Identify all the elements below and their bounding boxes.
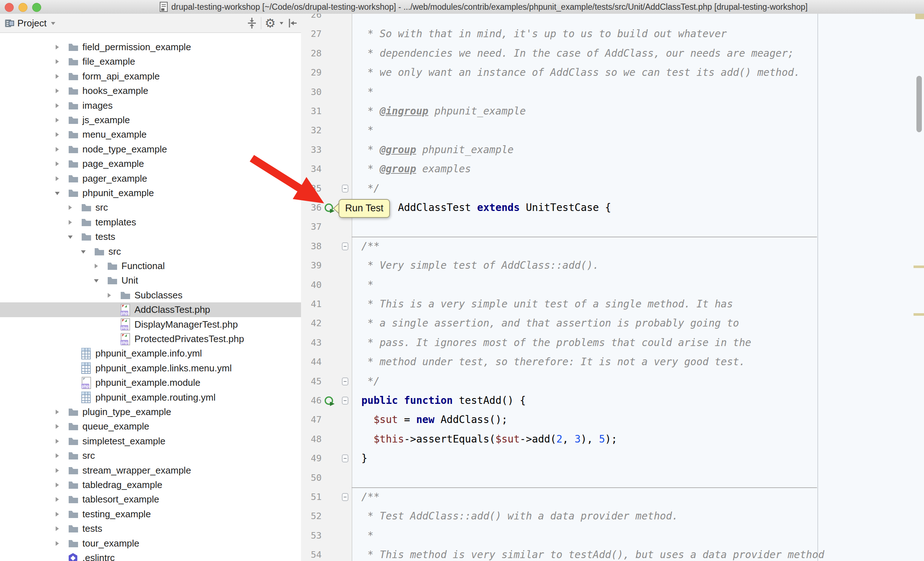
collapse-arrow-icon[interactable] <box>54 161 60 166</box>
code-line-35[interactable]: 35 */ <box>301 179 924 198</box>
code-line-49[interactable]: 49} <box>301 449 924 468</box>
code-line-31[interactable]: 31 * @ingroup phpunit_example <box>301 102 924 121</box>
collapse-arrow-icon[interactable] <box>54 497 60 502</box>
code-line-33[interactable]: 33 * @group phpunit_example <box>301 140 924 160</box>
editor-scrollbar-thumb[interactable] <box>916 76 922 132</box>
tree-item-tests[interactable]: tests <box>0 229 301 244</box>
tree-item-subclasses[interactable]: Subclasses <box>0 288 301 303</box>
collapse-arrow-icon[interactable] <box>54 526 60 531</box>
collapse-all-icon[interactable] <box>246 17 257 29</box>
tree-item-tablesort-example[interactable]: tablesort_example <box>0 492 301 507</box>
tree-item-menu-example[interactable]: menu_example <box>0 127 301 142</box>
code-line-38[interactable]: 38/** <box>301 236 924 256</box>
code-line-39[interactable]: 39 * Very simple test of AddClass::add()… <box>301 256 924 275</box>
collapse-arrow-icon[interactable] <box>54 424 60 429</box>
code-line-30[interactable]: 30 * <box>301 82 924 102</box>
error-stripe-mark[interactable] <box>914 313 924 316</box>
code-line-41[interactable]: 41 * This is a very simple unit test of … <box>301 295 924 314</box>
code-line-52[interactable]: 52 * Test AddClass::add() with a data pr… <box>301 506 924 526</box>
tree-item-phpunit-example-module[interactable]: phpphpunit_example.module <box>0 375 301 390</box>
tree-item-phpunit-example-info-yml[interactable]: phpunit_example.info.yml <box>0 346 301 361</box>
tree-item-src[interactable]: src <box>0 200 301 215</box>
zoom-window-button[interactable] <box>32 3 41 12</box>
tree-item-testing-example[interactable]: testing_example <box>0 507 301 522</box>
tree-item-stream-wrapper-example[interactable]: stream_wrapper_example <box>0 463 301 478</box>
run-test-icon[interactable] <box>324 396 335 407</box>
code-line-48[interactable]: 48 $this->assertEquals($sut->add(2, 3), … <box>301 429 924 449</box>
code-line-36[interactable]: 36class AddClassTest extends UnitTestCas… <box>301 198 924 217</box>
code-line-51[interactable]: 51/** <box>301 487 924 507</box>
code-line-29[interactable]: 29 * we only want an instance of AddClas… <box>301 63 924 82</box>
code-line-40[interactable]: 40 * <box>301 275 924 295</box>
tree-item-phpunit-example[interactable]: phpunit_example <box>0 186 301 200</box>
expand-arrow-icon[interactable] <box>80 249 86 254</box>
collapse-arrow-icon[interactable] <box>67 205 74 210</box>
code-line-32[interactable]: 32 * <box>301 121 924 140</box>
hide-panel-icon[interactable] <box>287 18 297 28</box>
collapse-arrow-icon[interactable] <box>54 45 60 50</box>
fold-marker-icon[interactable] <box>342 396 349 406</box>
collapse-arrow-icon[interactable] <box>93 263 99 269</box>
tree-item-unit[interactable]: Unit <box>0 273 301 288</box>
collapse-arrow-icon[interactable] <box>54 176 60 181</box>
tree-item-src[interactable]: src <box>0 244 301 259</box>
code-line-44[interactable]: 44 * method under test, so therefore: It… <box>301 352 924 372</box>
error-stripe-mark[interactable] <box>914 265 924 268</box>
project-panel-title[interactable]: Project <box>17 18 46 29</box>
tree-item-displaymanagertest-php[interactable]: phpDisplayManagerTest.php <box>0 317 301 332</box>
tree-item-functional[interactable]: Functional <box>0 259 301 274</box>
tree-item--eslintrc[interactable]: .eslintrc <box>0 551 301 561</box>
tree-item-file-example[interactable]: file_example <box>0 54 301 69</box>
tree-item-src[interactable]: src <box>0 448 301 463</box>
chevron-down-icon[interactable] <box>279 21 284 25</box>
collapse-arrow-icon[interactable] <box>54 117 60 123</box>
collapse-arrow-icon[interactable] <box>67 220 74 225</box>
tree-item-pager-example[interactable]: pager_example <box>0 171 301 186</box>
tree-item-queue-example[interactable]: queue_example <box>0 419 301 434</box>
collapse-arrow-icon[interactable] <box>54 74 60 79</box>
tree-item-simpletest-example[interactable]: simpletest_example <box>0 434 301 449</box>
collapse-arrow-icon[interactable] <box>54 88 60 94</box>
fold-marker-icon[interactable] <box>342 242 349 251</box>
code-line-28[interactable]: 28 * dependencies we need. In the case o… <box>301 44 924 63</box>
tree-item-form-api-example[interactable]: form_api_example <box>0 69 301 84</box>
tree-item-tests[interactable]: tests <box>0 521 301 536</box>
collapse-arrow-icon[interactable] <box>54 482 60 488</box>
tree-item-hooks-example[interactable]: hooks_example <box>0 84 301 98</box>
fold-marker-icon[interactable] <box>342 454 349 464</box>
gear-icon[interactable]: ⚙ <box>265 17 276 29</box>
collapse-arrow-icon[interactable] <box>54 103 60 108</box>
fold-marker-icon[interactable] <box>342 377 349 386</box>
collapse-arrow-icon[interactable] <box>54 453 60 458</box>
fold-marker-icon[interactable] <box>342 493 349 502</box>
collapse-arrow-icon[interactable] <box>54 512 60 517</box>
code-line-54[interactable]: 54 * This method is very similar to test… <box>301 545 924 561</box>
code-line-45[interactable]: 45 */ <box>301 372 924 391</box>
collapse-arrow-icon[interactable] <box>54 468 60 473</box>
collapse-arrow-icon[interactable] <box>106 293 112 298</box>
code-line-34[interactable]: 34 * @group examples <box>301 159 924 179</box>
code-line-53[interactable]: 53 * <box>301 526 924 546</box>
tree-item-templates[interactable]: templates <box>0 215 301 230</box>
tree-item-plugin-type-example[interactable]: plugin_type_example <box>0 405 301 419</box>
code-line-43[interactable]: 43 * pass. It ignores most of the proble… <box>301 333 924 353</box>
code-line-46[interactable]: 46public function testAdd() { <box>301 391 924 410</box>
code-line-42[interactable]: 42 * a single assertion, and that assert… <box>301 314 924 333</box>
tree-item-page-example[interactable]: page_example <box>0 156 301 171</box>
code-editor[interactable]: 2627 * So with that in mind, it's up to … <box>301 14 924 561</box>
code-line-37[interactable]: 37 <box>301 217 924 236</box>
tree-item-tour-example[interactable]: tour_example <box>0 536 301 551</box>
tree-item-images[interactable]: images <box>0 98 301 113</box>
error-stripe-mark[interactable] <box>915 14 924 19</box>
expand-arrow-icon[interactable] <box>54 190 60 196</box>
code-line-47[interactable]: 47 $sut = new AddClass(); <box>301 410 924 429</box>
collapse-arrow-icon[interactable] <box>54 132 60 137</box>
minimize-window-button[interactable] <box>18 3 27 12</box>
collapse-arrow-icon[interactable] <box>54 59 60 64</box>
tree-item-phpunit-example-links-menu-yml[interactable]: phpunit_example.links.menu.yml <box>0 361 301 375</box>
tree-item-protectedprivatestest-php[interactable]: phpProtectedPrivatesTest.php <box>0 332 301 346</box>
tree-item-tabledrag-example[interactable]: tabledrag_example <box>0 477 301 492</box>
chevron-down-icon[interactable] <box>50 21 56 25</box>
collapse-arrow-icon[interactable] <box>54 438 60 444</box>
tree-item-js-example[interactable]: js_example <box>0 113 301 127</box>
